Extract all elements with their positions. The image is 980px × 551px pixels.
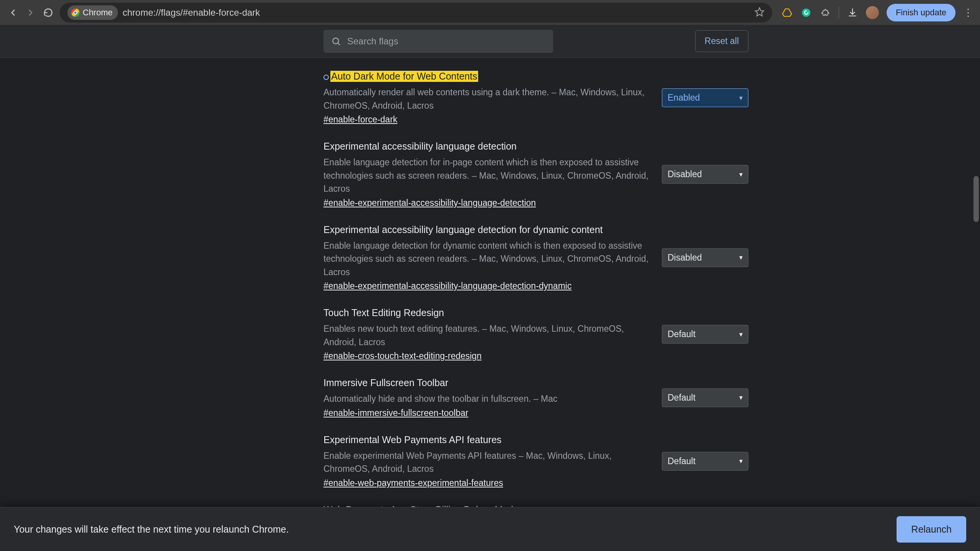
flag-title: Web Payments App Store Billing Debug Mod… [323, 504, 519, 507]
flag-select[interactable]: Enabled▾ [662, 88, 748, 107]
flag-title: Touch Text Editing Redesign [323, 307, 444, 318]
svg-line-4 [338, 43, 340, 45]
flag-row: Experimental Web Payments API featuresEn… [323, 428, 748, 498]
search-flags-input[interactable] [347, 36, 546, 47]
modified-dot-icon [323, 75, 329, 80]
flag-row: Touch Text Editing RedesignEnables new t… [323, 301, 748, 371]
chevron-down-icon: ▾ [739, 330, 743, 339]
scrollbar-thumb[interactable] [973, 176, 979, 222]
flags-list: Auto Dark Mode for Web ContentsAutomatic… [323, 58, 748, 507]
flag-description: Automatically hide and show the toolbar … [323, 392, 650, 406]
site-chip[interactable]: Chrome [67, 5, 118, 20]
restart-message: Your changes will take effect the next t… [14, 524, 289, 535]
flag-select[interactable]: Default▾ [662, 452, 748, 471]
chevron-down-icon: ▾ [739, 457, 743, 465]
flag-description: Enable language detection for in-page co… [323, 156, 650, 196]
reload-button[interactable] [42, 7, 54, 19]
flag-row: Immersive Fullscreen ToolbarAutomaticall… [323, 371, 748, 428]
chevron-down-icon: ▾ [739, 393, 743, 402]
flag-title: Experimental Web Payments API features [323, 434, 501, 445]
relaunch-button[interactable]: Relaunch [897, 516, 966, 543]
bookmark-star-icon[interactable] [755, 7, 764, 18]
site-chip-label: Chrome [83, 8, 113, 18]
svg-point-2 [802, 8, 810, 17]
flags-header: Reset all [0, 25, 980, 58]
search-flags-wrap[interactable] [323, 30, 553, 53]
chevron-down-icon: ▾ [739, 253, 743, 262]
grammarly-icon[interactable] [800, 7, 812, 18]
svg-marker-0 [755, 8, 764, 16]
extensions-icon[interactable] [820, 7, 831, 18]
flag-description: Enable experimental Web Payments API fea… [323, 449, 650, 476]
url-text: chrome://flags/#enable-force-dark [122, 7, 260, 18]
flag-select[interactable]: Default▾ [662, 388, 748, 407]
flag-select-value: Default [668, 456, 696, 466]
chevron-down-icon: ▾ [739, 94, 743, 102]
profile-avatar[interactable] [866, 6, 879, 19]
flag-title: Immersive Fullscreen Toolbar [323, 377, 448, 388]
reset-all-button[interactable]: Reset all [695, 30, 748, 52]
flag-description: Enable language detection for dynamic co… [323, 239, 650, 279]
search-icon [331, 36, 341, 46]
back-button[interactable] [7, 7, 19, 19]
flag-select[interactable]: Disabled▾ [662, 248, 748, 267]
flag-row: Web Payments App Store Billing Debug Mod… [323, 498, 748, 507]
flag-select-value: Enabled [668, 93, 700, 103]
chrome-icon [71, 8, 80, 17]
flag-select[interactable]: Default▾ [662, 325, 748, 344]
flag-hash-link[interactable]: #enable-experimental-accessibility-langu… [323, 281, 572, 291]
flag-hash-link[interactable]: #enable-experimental-accessibility-langu… [323, 198, 536, 208]
flag-title: Auto Dark Mode for Web Contents [330, 71, 478, 82]
address-bar[interactable]: Chrome chrome://flags/#enable-force-dark [60, 3, 772, 23]
flag-hash-link[interactable]: #enable-web-payments-experimental-featur… [323, 478, 503, 488]
flag-select[interactable]: Disabled▾ [662, 165, 748, 184]
flag-row: Experimental accessibility language dete… [323, 135, 748, 218]
flag-select-value: Default [668, 329, 696, 339]
toolbar-right: Finish update ⋮ [781, 4, 973, 21]
forward-button[interactable] [24, 7, 37, 19]
finish-update-button[interactable]: Finish update [887, 4, 956, 21]
flag-title: Experimental accessibility language dete… [323, 141, 516, 152]
browser-toolbar: Chrome chrome://flags/#enable-force-dark… [0, 0, 980, 25]
svg-marker-1 [782, 9, 792, 16]
flag-select-value: Disabled [668, 169, 702, 179]
flag-select-value: Default [668, 393, 696, 403]
flag-row: Auto Dark Mode for Web ContentsAutomatic… [323, 65, 748, 135]
divider [839, 7, 839, 18]
flag-description: Automatically render all web contents us… [323, 86, 650, 112]
flag-hash-link[interactable]: #enable-immersive-fullscreen-toolbar [323, 408, 468, 418]
flag-description: Enables new touch text editing features.… [323, 322, 650, 349]
flag-row: Experimental accessibility language dete… [323, 218, 748, 302]
svg-point-3 [333, 38, 338, 44]
flag-title: Experimental accessibility language dete… [323, 224, 603, 235]
flag-hash-link[interactable]: #enable-cros-touch-text-editing-redesign [323, 351, 482, 361]
drive-icon[interactable] [781, 7, 793, 18]
menu-icon[interactable]: ⋮ [963, 8, 973, 18]
downloads-icon[interactable] [847, 7, 858, 18]
flag-select-value: Disabled [668, 253, 702, 263]
chevron-down-icon: ▾ [739, 170, 743, 179]
restart-bar: Your changes will take effect the next t… [0, 507, 980, 551]
flag-hash-link[interactable]: #enable-force-dark [323, 114, 397, 124]
